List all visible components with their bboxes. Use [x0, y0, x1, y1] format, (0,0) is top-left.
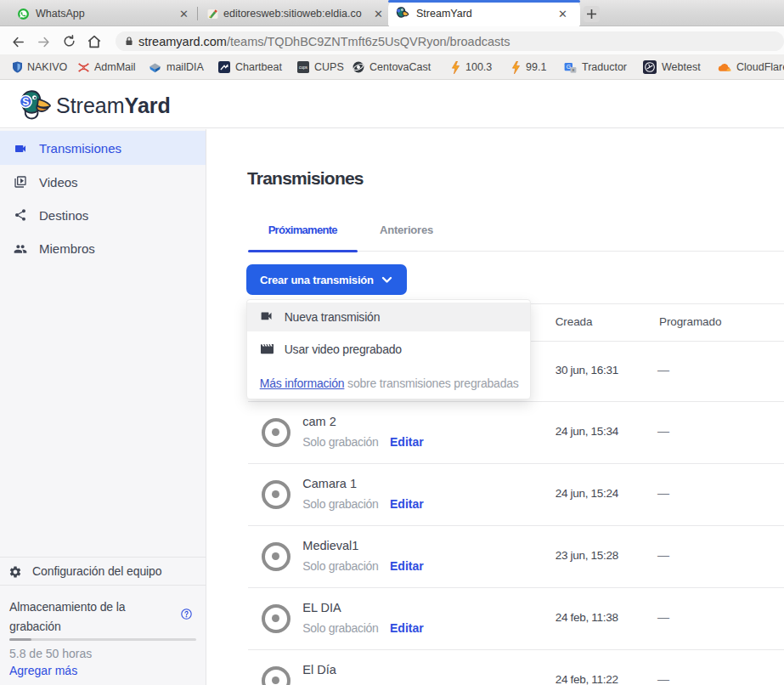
svg-text:G: G — [567, 64, 571, 70]
svg-text:S: S — [22, 96, 29, 108]
svg-text:cups: cups — [299, 65, 308, 70]
svg-text:x: x — [572, 67, 575, 72]
